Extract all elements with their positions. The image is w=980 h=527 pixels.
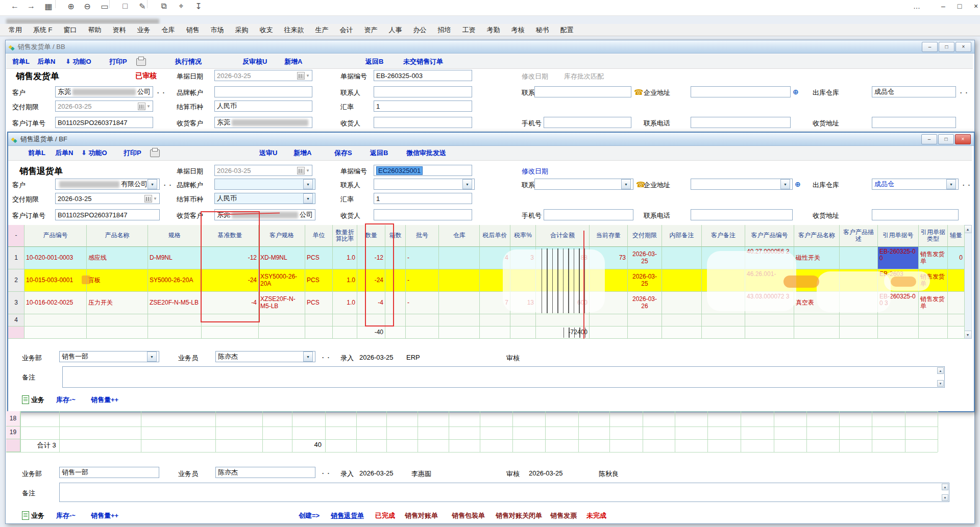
w2-wh-browse-dots[interactable]: . . (963, 180, 971, 187)
w2-docdate-field[interactable]: 2026-03-25▼ (214, 165, 312, 176)
combo-dropdown-button[interactable]: ▼ (303, 179, 313, 189)
menu-item-6[interactable]: 仓库 (156, 24, 181, 36)
w1-dept-field[interactable]: 销售一部 (59, 467, 159, 478)
menu-item-3[interactable]: 帮助 (83, 24, 107, 36)
toolbar-link-打印P[interactable]: 打印P (124, 148, 141, 158)
window1-maximize-button[interactable]: □ (939, 42, 954, 52)
toolbar-link-功能O[interactable]: ⬇ 功能O (81, 148, 107, 158)
table-header-客户规格[interactable]: 客户规格 (259, 225, 305, 247)
toolbar-link-返回B[interactable]: 返回B (365, 57, 383, 66)
table-cell[interactable]: 磁性开关 (794, 247, 840, 269)
toolbar-link-保存S[interactable]: 保存S (334, 148, 352, 158)
w1-cust-field[interactable]: 东莞公司 (55, 86, 153, 97)
printer-icon[interactable] (136, 58, 146, 66)
w2-rperson-field[interactable] (374, 209, 472, 220)
combo-dropdown-button[interactable]: ▼ (621, 179, 631, 189)
w1-curr-field[interactable]: 人民币 (214, 101, 312, 112)
table-header-rowno[interactable]: - (8, 225, 24, 247)
table-header-产品名称[interactable]: 产品名称 (87, 225, 148, 247)
table-cell[interactable] (662, 269, 702, 292)
menu-item-22[interactable]: 配置 (555, 24, 579, 36)
table-cell[interactable]: 压力开关 (87, 292, 148, 314)
w1-addr-field[interactable] (691, 86, 791, 97)
table-cell[interactable] (259, 314, 305, 327)
table-cell[interactable]: 1.0 (333, 247, 357, 269)
w2-footer-biz[interactable]: 业务 (31, 395, 44, 405)
combo-dropdown-button[interactable]: ▼ (148, 179, 157, 189)
menu-item-4[interactable]: 资料 (107, 24, 132, 36)
w2-table-scrollbar[interactable] (964, 225, 972, 339)
table-cell[interactable]: ZSE20F-N-M5-LB (148, 292, 202, 314)
table-rowno[interactable]: 3 (8, 292, 24, 314)
w2-dept-combo[interactable]: 销售一部▼ (59, 351, 159, 362)
table-header-产品编号[interactable]: 产品编号 (24, 225, 87, 247)
w2-custorder-field[interactable]: B01102SPO260371847 (55, 209, 160, 220)
table-cell[interactable] (919, 314, 948, 327)
table-header-批号[interactable]: 批号 (406, 225, 439, 247)
menu-item-19[interactable]: 考勤 (481, 24, 506, 36)
combo-dropdown-button[interactable]: ▼ (946, 179, 956, 189)
w1-ddate-field[interactable]: 2026-03-25▼ (55, 101, 153, 112)
table-cell[interactable]: 销售发货单 (919, 247, 948, 269)
table-cell[interactable] (439, 269, 480, 292)
table-cell[interactable]: XZSE20F-N-M5-LB (259, 292, 305, 314)
table-cell[interactable]: SY5000-26-20A (148, 269, 202, 292)
table-header-客户产品名称[interactable]: 客户产品名称 (794, 225, 840, 247)
more-button[interactable]: … (910, 0, 924, 12)
w2-remark-scroll-down[interactable]: ▼ (937, 380, 944, 387)
menu-item-11[interactable]: 往来款 (279, 24, 310, 36)
w1-mobile-field[interactable] (544, 117, 631, 128)
menu-item-2[interactable]: 窗口 (58, 24, 83, 36)
w1-footer-pending-销售包装单[interactable]: 销售包装单 (452, 511, 485, 520)
table-cell[interactable]: - (406, 269, 439, 292)
table-header-合计金额[interactable]: 合计金额 (536, 225, 590, 247)
table-cell[interactable]: 销售发货单 (919, 292, 948, 314)
w2-salesman-browse-dots[interactable]: . . (322, 353, 330, 360)
table-cell[interactable]: 感应线 (87, 247, 148, 269)
w1-docno-field[interactable]: EB-260325-003 (374, 70, 472, 81)
toolbar-link-未交销售订单[interactable]: 未交销售订单 (403, 57, 443, 66)
table-cell[interactable] (590, 314, 628, 327)
w2-addr-field[interactable]: ▼ (691, 179, 793, 190)
table-cell[interactable]: 1.0 (333, 269, 357, 292)
table-cell[interactable] (536, 314, 590, 327)
table-cell[interactable]: 10-016-002-0025 (24, 292, 87, 314)
table-cell[interactable] (439, 247, 480, 269)
w2-tel2-field[interactable] (691, 209, 793, 220)
table-cell[interactable] (948, 314, 965, 327)
combo-dropdown-button[interactable]: ▼ (303, 193, 313, 204)
table-header-仓库[interactable]: 仓库 (439, 225, 480, 247)
table-header-内部备注[interactable]: 内部备注 (662, 225, 702, 247)
duplicate-window-icon[interactable]: ⧉ (157, 0, 170, 12)
table-header-规格[interactable]: 规格 (148, 225, 202, 247)
table-header-税后单价[interactable]: 税后单价 (480, 225, 510, 247)
toolbar-link-返回B[interactable]: 返回B (370, 148, 388, 158)
table-header-客户产品编号[interactable]: 客户产品编号 (745, 225, 794, 247)
zoom-in-icon[interactable]: ⊕ (64, 0, 78, 12)
table-header-当前存量[interactable]: 当前存量 (590, 225, 628, 247)
w2-cust-browse-dots[interactable]: . . (164, 180, 172, 187)
table-cell[interactable] (148, 314, 202, 327)
w1-contact-field[interactable] (374, 86, 472, 97)
table-cell[interactable]: XD-M9NL (259, 247, 305, 269)
table-rowno[interactable]: 1 (8, 247, 24, 269)
w2-docno-field[interactable]: EC260325001 (374, 165, 472, 176)
table-cell[interactable]: XSY5000-26-20A (259, 269, 305, 292)
w1-footer-return-doc-link[interactable]: 销售退货单 (331, 511, 364, 520)
w1-salesman-browse-dots[interactable]: . . (322, 468, 330, 475)
table-cell[interactable]: 10-020-001-0003 (24, 247, 87, 269)
menu-item-10[interactable]: 收支 (254, 24, 279, 36)
table-cell[interactable] (662, 314, 702, 327)
w1-cust-browse-dots[interactable]: . . (157, 88, 165, 95)
w1-docdate-field[interactable]: 2026-03-25▼ (214, 70, 312, 81)
menu-item-13[interactable]: 会计 (334, 24, 359, 36)
table-cell[interactable]: - (406, 292, 439, 314)
menu-item-15[interactable]: 人事 (383, 24, 408, 36)
table-cell[interactable]: 10-015-003-0001 (24, 269, 87, 292)
app-close-button[interactable]: × (969, 0, 980, 12)
table-cell[interactable] (333, 314, 357, 327)
table-cell[interactable] (628, 314, 662, 327)
toolbar-link-微信审批发送[interactable]: 微信审批发送 (406, 148, 446, 158)
w2-contact-field[interactable]: ▼ (374, 179, 475, 190)
w1-footer-pending-销售发票[interactable]: 销售发票 (550, 511, 577, 520)
